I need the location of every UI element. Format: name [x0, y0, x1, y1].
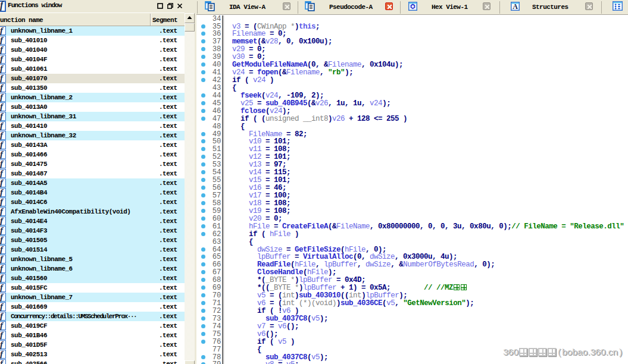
svg-text:A: A — [513, 2, 518, 11]
